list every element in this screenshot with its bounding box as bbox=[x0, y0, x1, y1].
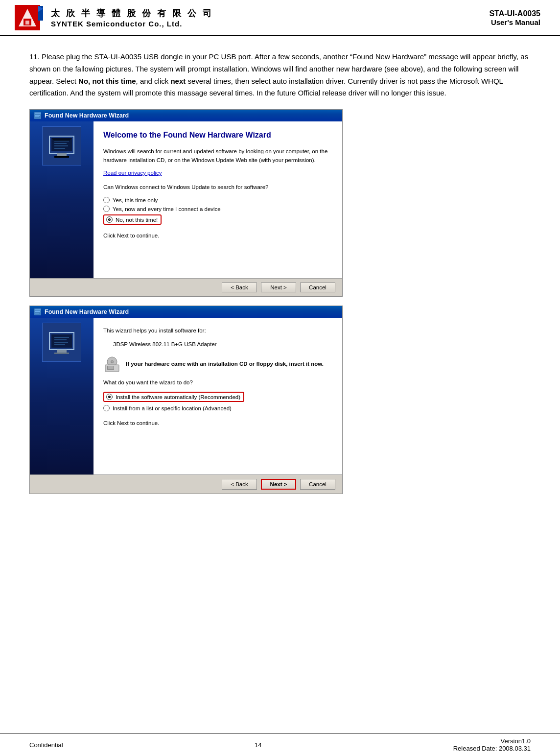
radio-unselected-d2-2 bbox=[103, 405, 110, 411]
dialog1-titlebar-text: Found New Hardware Wizard bbox=[45, 112, 129, 119]
svg-rect-16 bbox=[57, 153, 67, 156]
svg-rect-17 bbox=[54, 156, 69, 158]
radio-selected-d2-1 bbox=[106, 394, 113, 400]
svg-point-33 bbox=[112, 361, 113, 362]
company-text: 太 欣 半 導 體 股 份 有 限 公 司 SYNTEK Semiconduct… bbox=[51, 7, 213, 28]
footer-version: Version1.0 bbox=[453, 737, 531, 745]
dialog2-intro: This wizard helps you install software f… bbox=[103, 327, 332, 335]
svg-rect-21 bbox=[35, 311, 40, 312]
company-info: 太 欣 半 導 體 股 份 有 限 公 司 SYNTEK Semiconduct… bbox=[15, 5, 213, 30]
svg-rect-30 bbox=[54, 353, 69, 354]
dialog1-option-2[interactable]: Yes, now and every time I connect a devi… bbox=[103, 206, 332, 212]
svg-rect-22 bbox=[35, 313, 39, 313]
dialog1-privacy-link[interactable]: Read our privacy policy bbox=[103, 170, 162, 176]
dialog2-option-2-label: Install from a list or specific location… bbox=[113, 405, 232, 411]
dialog1-highlighted-option: No, not this time! bbox=[103, 214, 162, 225]
dialog1-icon bbox=[34, 112, 42, 119]
company-name-zh: 太 欣 半 導 體 股 份 有 限 公 司 bbox=[51, 7, 213, 20]
instruction-text-2: , and click bbox=[136, 77, 171, 85]
svg-rect-29 bbox=[57, 350, 67, 353]
item-number: 11. bbox=[29, 52, 40, 61]
dialog2-body: This wizard helps you install software f… bbox=[30, 318, 342, 474]
svg-rect-3 bbox=[25, 21, 29, 24]
cd-icon-row: If your hardware came with an installati… bbox=[103, 355, 332, 373]
main-content: 11. Please plug the STA-UI-A0035 USB don… bbox=[0, 36, 560, 513]
dialog1-sidebar bbox=[30, 121, 93, 278]
dialog2-main: This wizard helps you install software f… bbox=[93, 318, 342, 474]
dialog2-question: What do you want the wizard to do? bbox=[103, 378, 332, 387]
dialog1-next-button[interactable]: Next > bbox=[261, 283, 296, 292]
dialog2-next-button[interactable]: Next > bbox=[261, 479, 296, 490]
svg-rect-20 bbox=[35, 309, 41, 310]
radio-unselected-1 bbox=[103, 197, 110, 203]
company-logo bbox=[15, 5, 44, 30]
dialog1-desc: Windows will search for current and upda… bbox=[103, 147, 332, 165]
dialog1-question: Can Windows connect to Windows Update to… bbox=[103, 183, 332, 192]
svg-rect-9 bbox=[35, 117, 39, 117]
dialog2-option-1[interactable]: Install the software automatically (Reco… bbox=[103, 392, 332, 402]
footer-date: Released Date: 2008.03.31 bbox=[453, 745, 531, 752]
dialog1-option-3-label: No, not this time! bbox=[116, 217, 158, 223]
svg-rect-8 bbox=[35, 115, 40, 116]
dialog2-click-next: Click Next to continue. bbox=[103, 420, 332, 426]
instruction-block: 11. Please plug the STA-UI-A0035 USB don… bbox=[29, 51, 531, 99]
dialog1-body: Welcome to the Found New Hardware Wizard… bbox=[30, 121, 342, 278]
dialog1-footer: < Back Next > Cancel bbox=[30, 278, 342, 296]
radio-selected-3 bbox=[106, 216, 113, 223]
footer-left: Confidential bbox=[29, 741, 63, 749]
svg-rect-24 bbox=[51, 334, 72, 348]
instruction-bold-2: next bbox=[170, 77, 186, 85]
page-footer: Confidential 14 Version1.0 Released Date… bbox=[0, 733, 560, 756]
instruction-bold-1: No, not this time bbox=[78, 77, 136, 85]
svg-marker-18 bbox=[51, 138, 72, 141]
company-name-en: SYNTEK Semiconductor Co., Ltd. bbox=[51, 20, 213, 28]
dialog2-container: Found New Hardware Wizard bbox=[29, 306, 343, 494]
doc-id: STA-UI-A0035 bbox=[489, 9, 540, 18]
dialog1-container: Found New Hardware Wizard bbox=[29, 109, 343, 297]
footer-right: Version1.0 Released Date: 2008.03.31 bbox=[453, 737, 531, 752]
dialog1-titlebar: Found New Hardware Wizard bbox=[30, 110, 342, 121]
dialog2-titlebar: Found New Hardware Wizard bbox=[30, 306, 342, 318]
dialog2-options: Install the software automatically (Reco… bbox=[103, 392, 332, 411]
svg-rect-7 bbox=[35, 113, 41, 114]
doc-info: STA-UI-A0035 User's Manual bbox=[489, 9, 540, 26]
dialog1-sidebar-icon bbox=[42, 126, 81, 165]
dialog2-cancel-button[interactable]: Cancel bbox=[300, 479, 335, 490]
radio-unselected-2 bbox=[103, 206, 110, 212]
dialog2-back-button[interactable]: < Back bbox=[222, 479, 257, 490]
dialog1-option-1-label: Yes, this time only bbox=[113, 197, 158, 203]
dialog2-highlighted-option: Install the software automatically (Reco… bbox=[103, 392, 244, 402]
dialog2-device: 3DSP Wireless 802.11 B+G USB Adapter bbox=[113, 340, 332, 349]
dialog2-footer: < Back Next > Cancel bbox=[30, 474, 342, 494]
cd-icon bbox=[103, 355, 121, 373]
dialog1-option-1[interactable]: Yes, this time only bbox=[103, 197, 332, 203]
doc-subtitle: User's Manual bbox=[489, 18, 540, 26]
dialog1-cancel-button[interactable]: Cancel bbox=[300, 283, 335, 292]
dialog1-back-button[interactable]: < Back bbox=[222, 283, 257, 292]
dialog2-sidebar-icon bbox=[42, 323, 81, 362]
dialog1-option-3[interactable]: No, not this time! bbox=[103, 214, 332, 225]
dialog1-click-next: Click Next to continue. bbox=[103, 233, 332, 238]
dialog2-titlebar-text: Found New Hardware Wizard bbox=[45, 308, 129, 315]
footer-page-number: 14 bbox=[255, 741, 261, 749]
page-header: 太 欣 半 導 體 股 份 有 限 公 司 SYNTEK Semiconduct… bbox=[0, 0, 560, 36]
dialog2-icon bbox=[34, 308, 42, 316]
dialog1-main: Welcome to the Found New Hardware Wizard… bbox=[93, 121, 342, 278]
svg-rect-36 bbox=[108, 366, 114, 369]
dialog2-option-2[interactable]: Install from a list or specific location… bbox=[103, 405, 332, 411]
dialog2-option-1-label: Install the software automatically (Reco… bbox=[116, 394, 240, 400]
cd-text-container: If your hardware came with an installati… bbox=[126, 361, 324, 367]
dialog1-option-2-label: Yes, now and every time I connect a devi… bbox=[113, 206, 221, 212]
dialog2-sidebar bbox=[30, 318, 93, 474]
cd-bold-text: If your hardware came with an installati… bbox=[126, 361, 324, 367]
dialog1-title: Welcome to the Found New Hardware Wizard bbox=[103, 130, 332, 141]
